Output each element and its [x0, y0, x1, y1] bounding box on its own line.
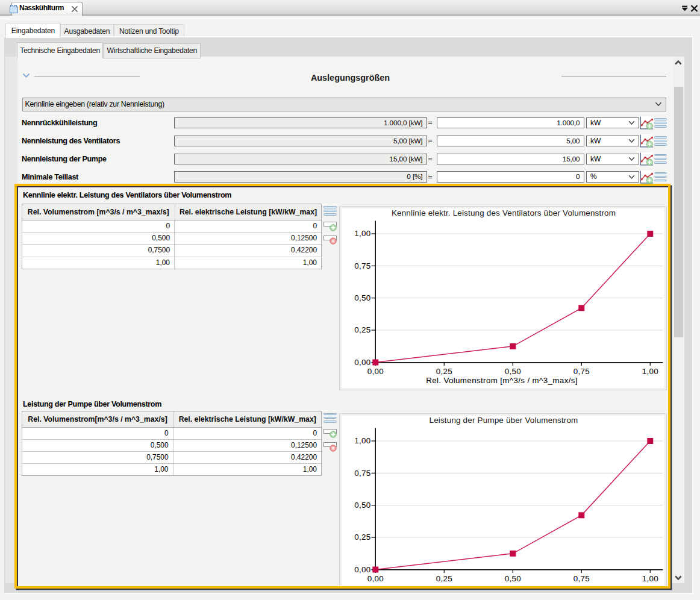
- svg-text:0,50: 0,50: [505, 574, 521, 583]
- svg-text:1,00: 1,00: [354, 436, 370, 445]
- svg-text:Rel. Volumenstrom [m^3/s / m^3: Rel. Volumenstrom [m^3/s / m^3_max/s]: [426, 376, 578, 385]
- svg-text:0,50: 0,50: [505, 367, 521, 376]
- svg-text:1,00: 1,00: [642, 367, 658, 376]
- svg-text:1,00: 1,00: [642, 574, 658, 583]
- svg-text:0,00: 0,00: [354, 565, 370, 574]
- svg-text:0,00: 0,00: [367, 574, 384, 583]
- svg-text:Kennlinie elektr. Leistung des: Kennlinie elektr. Leistung des Ventilato…: [392, 208, 616, 217]
- svg-text:0,25: 0,25: [354, 325, 370, 334]
- svg-text:0,75: 0,75: [354, 261, 370, 270]
- svg-text:0,75: 0,75: [354, 469, 370, 478]
- svg-text:0,00: 0,00: [354, 358, 370, 367]
- svg-text:0,25: 0,25: [436, 367, 452, 376]
- svg-text:0,00: 0,00: [367, 367, 384, 376]
- svg-text:1,00: 1,00: [354, 229, 370, 238]
- svg-text:0,25: 0,25: [436, 574, 452, 583]
- svg-text:0,50: 0,50: [354, 293, 370, 302]
- svg-text:0,75: 0,75: [573, 367, 590, 376]
- svg-text:0,75: 0,75: [573, 574, 590, 583]
- svg-text:Leistung der Pumpe über Volume: Leistung der Pumpe über Volumenstrom: [429, 416, 578, 425]
- svg-text:0,25: 0,25: [354, 533, 370, 542]
- svg-text:0,50: 0,50: [354, 501, 370, 510]
